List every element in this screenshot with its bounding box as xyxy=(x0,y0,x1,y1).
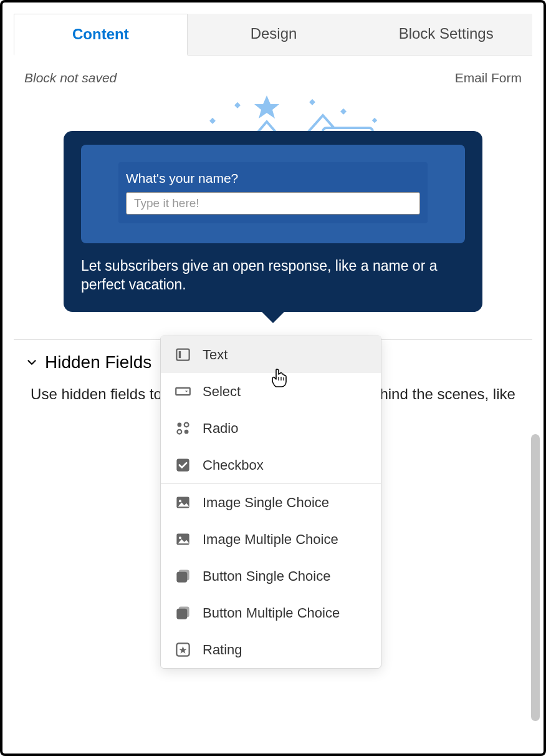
svg-rect-21 xyxy=(176,572,187,583)
button-stack-icon xyxy=(175,604,191,621)
dropdown-label: Button Single Choice xyxy=(203,568,330,584)
image-icon xyxy=(175,531,191,548)
dropdown-label: Image Multiple Choice xyxy=(203,531,338,548)
dropdown-option-image-single[interactable]: Image Single Choice xyxy=(161,484,381,521)
svg-rect-6 xyxy=(372,118,377,123)
text-field-icon xyxy=(175,346,191,363)
svg-point-12 xyxy=(184,423,189,427)
dropdown-option-rating[interactable]: Rating xyxy=(161,631,381,668)
hidden-fields-title: Hidden Fields xyxy=(45,352,151,372)
dropdown-label: Select xyxy=(203,384,241,400)
svg-point-19 xyxy=(179,536,181,539)
svg-rect-4 xyxy=(309,99,315,105)
dropdown-label: Text xyxy=(203,347,228,363)
dropdown-label: Rating xyxy=(203,642,242,658)
dropdown-option-image-multiple[interactable]: Image Multiple Choice xyxy=(161,521,381,558)
tooltip-arrow-icon xyxy=(261,311,285,323)
svg-rect-5 xyxy=(340,109,347,115)
dropdown-option-radio[interactable]: Radio xyxy=(161,410,381,447)
tab-content[interactable]: Content xyxy=(14,14,188,56)
tab-block-settings[interactable]: Block Settings xyxy=(360,14,532,55)
svg-rect-23 xyxy=(176,609,187,619)
checkbox-icon xyxy=(175,457,191,473)
select-field-icon xyxy=(175,383,191,400)
rating-icon xyxy=(175,641,191,658)
svg-marker-1 xyxy=(254,95,279,119)
svg-rect-3 xyxy=(234,102,241,109)
dropdown-label: Button Multiple Choice xyxy=(203,605,340,621)
svg-rect-8 xyxy=(176,349,189,361)
svg-point-13 xyxy=(178,430,182,434)
svg-rect-10 xyxy=(176,388,190,395)
dropdown-option-button-single[interactable]: Button Single Choice xyxy=(161,558,381,594)
scrollbar-thumb[interactable] xyxy=(531,434,540,721)
tabs-row: Content Design Block Settings xyxy=(14,14,532,56)
dropdown-label: Checkbox xyxy=(203,457,264,473)
chevron-down-icon xyxy=(25,356,39,369)
status-row: Block not saved Email Form xyxy=(2,56,544,90)
tab-design[interactable]: Design xyxy=(188,14,360,55)
tooltip-card: What's your name? Type it here! Let subs… xyxy=(64,131,482,312)
dropdown-option-button-multiple[interactable]: Button Multiple Choice xyxy=(161,594,381,631)
dropdown-option-checkbox[interactable]: Checkbox xyxy=(161,447,381,483)
block-type-label: Email Form xyxy=(455,70,522,85)
dropdown-label: Radio xyxy=(203,420,238,437)
tooltip-preview: What's your name? Type it here! xyxy=(81,145,465,243)
svg-rect-9 xyxy=(179,351,181,358)
preview-question: What's your name? xyxy=(126,171,420,186)
radio-icon xyxy=(175,420,191,437)
svg-point-14 xyxy=(184,430,189,434)
tooltip-description: Let subscribers give an open response, l… xyxy=(81,257,465,294)
svg-rect-15 xyxy=(176,458,189,471)
image-icon xyxy=(175,494,191,511)
dropdown-label: Image Single Choice xyxy=(203,495,329,511)
button-stack-icon xyxy=(175,568,191,584)
svg-point-17 xyxy=(179,500,181,502)
svg-rect-2 xyxy=(209,118,216,124)
preview-input: Type it here! xyxy=(126,192,420,215)
svg-point-11 xyxy=(178,423,182,427)
save-status: Block not saved xyxy=(24,70,117,85)
cursor-pointer-icon xyxy=(271,368,289,389)
preview-area: What's your name? Type it here! Let subs… xyxy=(14,90,532,340)
